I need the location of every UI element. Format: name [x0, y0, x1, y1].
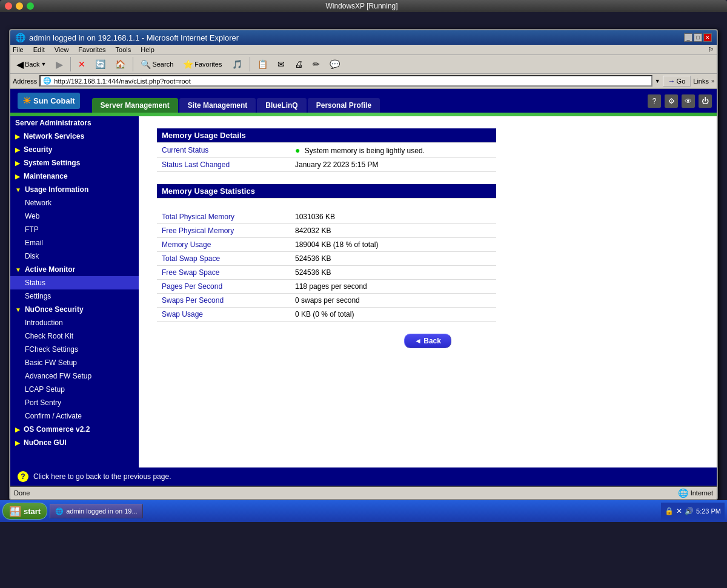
vbox-maximize-btn[interactable] [27, 2, 34, 10]
titlebar-controls[interactable]: _ □ ✕ [684, 33, 712, 42]
restore-btn[interactable]: □ [694, 33, 702, 42]
favorites-button[interactable]: ⭐ Favorites [179, 58, 225, 70]
vbox-minimize-btn[interactable] [16, 2, 23, 10]
sidebar-item-network-services[interactable]: ▶ Network Services [10, 130, 139, 143]
triangle-icon-3: ▶ [15, 160, 20, 167]
vbox-close-btn[interactable] [5, 2, 12, 10]
sidebar-item-usage-info[interactable]: ▼ Usage Information [10, 183, 139, 196]
address-box[interactable]: 🌐 http://192.168.1.1:444/nav/cList.php?r… [39, 75, 652, 87]
total-physical-memory-label: Total Physical Memory [157, 210, 290, 224]
address-url[interactable]: http://192.168.1.1:444/nav/cList.php?roo… [54, 78, 190, 85]
clock: 5:23 PM [696, 507, 721, 515]
edit-button[interactable]: ✏ [309, 58, 324, 70]
sidebar-item-confirm-activate[interactable]: Confirm / Activate [10, 409, 139, 423]
sidebar-settings-label: Settings [25, 292, 51, 300]
vbox-titlebar: WindowsXP [Running] [0, 0, 727, 12]
sidebar-item-nuonce-security[interactable]: ▼ NuOnce Security [10, 303, 139, 316]
tab-site-management[interactable]: Site Management [179, 98, 256, 113]
sidebar-item-ftp[interactable]: FTP [10, 223, 139, 236]
favorites-icon: ⭐ [183, 59, 193, 69]
table-row: Swaps Per Second 0 swaps per second [157, 294, 496, 308]
forward-button[interactable]: ▶ [52, 58, 67, 71]
sidebar-item-nuonce-gui[interactable]: ▶ NuOnce GUI [10, 436, 139, 449]
window-title: admin logged in on 192.168.1.1 - Microso… [29, 33, 239, 42]
back-dropdown-icon[interactable]: ▼ [41, 61, 46, 67]
status-right: 🌐 Internet [678, 488, 713, 498]
stop-button[interactable]: ✕ [75, 58, 89, 70]
menu-favorites[interactable]: Favorites [78, 46, 105, 53]
go-button[interactable]: → Go [663, 76, 691, 87]
swap-usage-value: 0 KB (0 % of total) [290, 308, 496, 322]
minimize-btn[interactable]: _ [684, 33, 692, 42]
address-dropdown-icon[interactable]: ▼ [655, 78, 660, 84]
search-button[interactable]: 🔍 Search [137, 58, 177, 70]
settings-icon[interactable]: ⚙ [665, 94, 678, 108]
tab-personal-profile[interactable]: Personal Profile [308, 98, 380, 113]
mail-button[interactable]: ✉ [274, 58, 288, 70]
ie-titlebar: 🌐 admin logged in on 192.168.1.1 - Micro… [10, 30, 717, 45]
stats-table-header: Memory Usage Statistics [157, 184, 496, 199]
bottom-bar-text[interactable]: Click here to go back to the previous pa… [33, 472, 171, 481]
sidebar-item-active-monitor[interactable]: ▼ Active Monitor [10, 263, 139, 276]
table-row: Free Physical Memory 842032 KB [157, 224, 496, 238]
messenger-button[interactable]: 💬 [326, 58, 344, 70]
eye-icon[interactable]: 👁 [682, 94, 695, 108]
history-icon: 📋 [257, 59, 268, 69]
globe-icon: 🌐 [678, 488, 688, 498]
sidebar-item-email[interactable]: Email [10, 236, 139, 249]
sidebar-item-lcap[interactable]: LCAP Setup [10, 383, 139, 396]
home-button[interactable]: 🏠 [111, 58, 129, 70]
sidebar-item-basic-fw[interactable]: Basic FW Setup [10, 356, 139, 369]
sidebar-disk-label: Disk [25, 252, 39, 260]
power-icon[interactable]: ⏻ [699, 94, 712, 108]
media-button[interactable]: 🎵 [228, 58, 246, 70]
sidebar-item-web[interactable]: Web [10, 210, 139, 223]
ie-toolbar: ◀ Back ▼ ▶ ✕ 🔄 🏠 🔍 Search ⭐ Favorites 🎵 [10, 55, 717, 74]
refresh-icon: 🔄 [95, 59, 105, 69]
taskbar-window-ie[interactable]: 🌐 admin logged in on 19... [50, 504, 142, 518]
triangle-icon-5: ▶ [15, 426, 20, 433]
links-label[interactable]: Links [693, 78, 709, 85]
menu-tools[interactable]: Tools [116, 46, 131, 53]
vbox-controls[interactable] [5, 2, 34, 10]
sidebar-item-server-admins[interactable]: Server Administrators [10, 116, 139, 130]
refresh-button[interactable]: 🔄 [91, 58, 109, 70]
sidebar-item-advanced-fw[interactable]: Advanced FW Setup [10, 369, 139, 383]
sidebar-fcheck-settings-label: FCheck Settings [25, 345, 78, 354]
pages-per-second-label: Pages Per Second [157, 280, 290, 294]
tab-bluelinq[interactable]: BlueLinQ [257, 98, 306, 113]
sidebar-item-check-root-kit[interactable]: Check Root Kit [10, 329, 139, 343]
sidebar-item-fcheck-settings[interactable]: FCheck Settings [10, 343, 139, 356]
start-button[interactable]: 🪟 start [2, 503, 47, 520]
menu-view[interactable]: View [55, 46, 69, 53]
sidebar-active-monitor-label: Active Monitor [25, 265, 75, 274]
sidebar-item-introduction[interactable]: Introduction [10, 316, 139, 329]
back-button-main[interactable]: ◄ Back [404, 334, 451, 348]
sidebar-item-maintenance[interactable]: ▶ Maintenance [10, 170, 139, 183]
tray-icon-2: ✕ [676, 507, 682, 515]
page-content: ☀ Sun Cobalt Server Management Site Mana… [10, 89, 717, 499]
current-status-label: Current Status [157, 143, 290, 158]
sidebar-item-port-sentry[interactable]: Port Sentry [10, 396, 139, 409]
close-btn[interactable]: ✕ [703, 33, 712, 42]
sidebar-item-status[interactable]: Status [10, 276, 139, 289]
sidebar-item-system-settings[interactable]: ▶ System Settings [10, 156, 139, 170]
back-button[interactable]: ◀ Back ▼ [13, 58, 50, 71]
tab-server-management[interactable]: Server Management [92, 98, 178, 113]
sidebar-item-disk[interactable]: Disk [10, 249, 139, 263]
print-button[interactable]: 🖨 [291, 58, 307, 70]
menu-help[interactable]: Help [141, 46, 154, 53]
memory-usage-label: Memory Usage [157, 238, 290, 252]
links-expand-icon[interactable]: » [711, 78, 714, 84]
menu-edit[interactable]: Edit [33, 46, 45, 53]
sidebar-item-os-commerce[interactable]: ▶ OS Commerce v2.2 [10, 423, 139, 436]
history-button[interactable]: 📋 [254, 58, 271, 70]
sidebar-item-settings[interactable]: Settings [10, 289, 139, 303]
home-icon: 🏠 [115, 59, 125, 69]
sidebar-basic-fw-label: Basic FW Setup [25, 358, 77, 367]
sidebar-item-security[interactable]: ▶ Security [10, 143, 139, 156]
menu-file[interactable]: File [13, 46, 24, 53]
help-icon[interactable]: ? [648, 94, 661, 108]
sidebar-check-root-kit-label: Check Root Kit [25, 332, 73, 340]
sidebar-item-network[interactable]: Network [10, 196, 139, 210]
